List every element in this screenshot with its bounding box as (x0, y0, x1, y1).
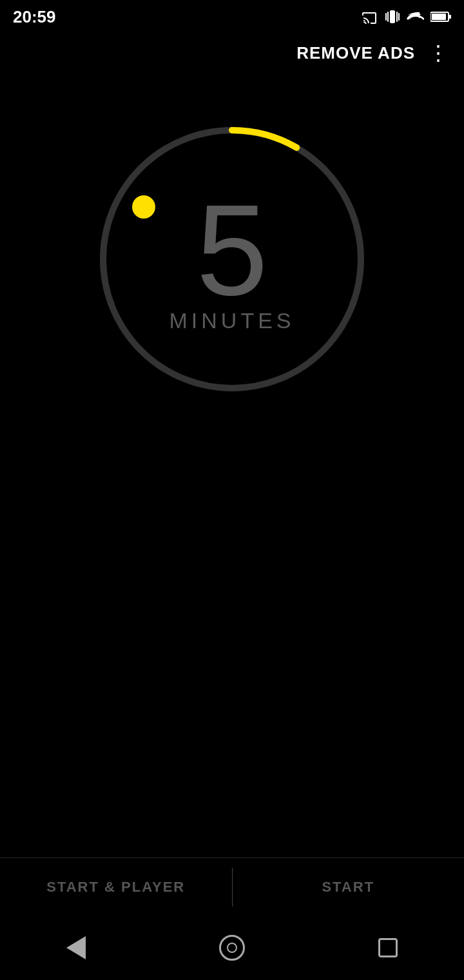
nav-bar (0, 916, 464, 980)
svg-rect-1 (385, 13, 387, 21)
back-icon (66, 936, 86, 959)
home-icon (219, 935, 245, 961)
nav-back-button[interactable] (66, 936, 86, 959)
top-bar: REMOVE ADS ⋮ (0, 34, 464, 72)
wifi-icon (406, 10, 424, 24)
remove-ads-button[interactable]: REMOVE ADS (296, 43, 415, 63)
start-and-player-button[interactable]: START & PLAYER (0, 858, 232, 916)
start-button[interactable]: START (233, 858, 465, 916)
status-time: 20:59 (13, 7, 56, 27)
battery-icon (430, 11, 451, 23)
timer-dial[interactable]: 5 MINUTES (84, 111, 380, 407)
svg-rect-2 (398, 13, 400, 21)
more-menu-button[interactable]: ⋮ (428, 43, 449, 63)
recents-icon (378, 938, 398, 957)
nav-home-button[interactable] (219, 935, 245, 961)
svg-rect-0 (390, 10, 395, 23)
svg-rect-3 (387, 12, 389, 22)
timer-display: 5 MINUTES (169, 186, 295, 333)
cast-icon (362, 10, 379, 24)
vibrate-icon (385, 8, 400, 25)
svg-rect-6 (449, 15, 451, 19)
nav-recents-button[interactable] (378, 938, 398, 957)
timer-container: 5 MINUTES (0, 111, 464, 407)
bottom-buttons: START & PLAYER START (0, 858, 464, 916)
svg-rect-4 (396, 12, 398, 22)
status-bar: 20:59 (0, 0, 464, 34)
status-icons (362, 8, 451, 25)
svg-point-10 (132, 195, 155, 219)
svg-rect-7 (432, 14, 446, 20)
timer-unit: MINUTES (169, 308, 295, 333)
timer-value: 5 (169, 186, 295, 315)
